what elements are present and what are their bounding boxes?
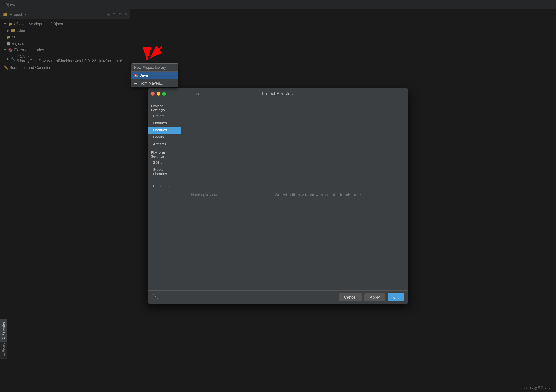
project-structure-dialog: ← → + − ⧉ Project Structure Project Sett… [148,88,408,304]
apply-button[interactable]: Apply [364,293,385,301]
java-icon: 📚 [134,74,138,77]
cancel-button[interactable]: Cancel [339,293,362,301]
remove-library-button[interactable]: − [188,91,194,96]
dropdown-item-java-label: Java [140,73,148,78]
dialog-split-top: Nothing to show Select a library to view… [181,99,408,290]
nav-item-artifacts[interactable]: Artifacts [148,141,181,148]
close-traffic-light[interactable] [151,92,155,96]
favorites-tab[interactable]: 2: Favorites [0,319,7,342]
back-button[interactable]: ← [163,91,169,97]
nav-item-project[interactable]: Project [148,113,181,120]
dropdown-item-maven[interactable]: m From Maven... [131,79,178,87]
dropdown-item-java[interactable]: 📚 Java [131,71,178,79]
nav-item-sdks[interactable]: SDKs [148,159,181,166]
dialog-left-nav: Project Settings Project Modules Librari… [148,99,181,290]
platform-settings-label: Platform Settings [148,148,181,159]
select-library-hint: Select a library to view or edit its det… [275,192,361,198]
dialog-nav-buttons: ← → [163,91,177,97]
dialog-overlay: ← → + − ⧉ Project Structure Project Sett… [0,0,556,392]
dialog-title-bar: ← → + − ⧉ Project Structure [148,88,408,99]
footer-left: ? [152,294,158,300]
help-button[interactable]: ? [152,294,158,300]
dropdown-header: New Project Library [131,64,178,71]
dialog-list-panel: Nothing to show [181,99,228,290]
watermark: CSDN @星影御宸 [524,386,551,390]
minimize-traffic-light[interactable] [157,92,160,96]
nav-item-problems[interactable]: Problems [148,183,181,190]
dialog-title: Project Structure [262,91,294,96]
dialog-main-split: Nothing to show Select a library to view… [181,99,408,290]
nothing-to-show-label: Nothing to show [191,193,218,197]
maven-icon: m [134,81,137,85]
nav-item-libraries[interactable]: Libraries [148,127,181,134]
forward-button[interactable]: → [171,91,177,97]
dialog-detail-panel: Select a library to view or edit its det… [228,99,408,290]
add-library-button[interactable]: + [181,91,187,96]
dialog-toolbar: + − ⧉ [181,91,201,96]
dialog-footer: ? Cancel Apply OK [148,290,408,304]
ok-button[interactable]: OK [388,293,404,301]
footer-right: Cancel Apply OK [339,293,404,301]
dialog-list-content: Nothing to show [181,99,228,290]
dialog-body: Project Settings Project Modules Librari… [148,99,408,290]
nav-item-modules[interactable]: Modules [148,120,181,127]
nav-item-facets[interactable]: Facets [148,134,181,141]
dropdown-item-maven-label: From Maven... [139,81,163,85]
new-project-library-dropdown: New Project Library 📚 Java m From Maven.… [131,63,178,87]
project-settings-label: Project Settings [148,103,181,113]
copy-library-button[interactable]: ⧉ [194,91,201,96]
nav-item-global-libraries[interactable]: Global Libraries [148,166,181,177]
